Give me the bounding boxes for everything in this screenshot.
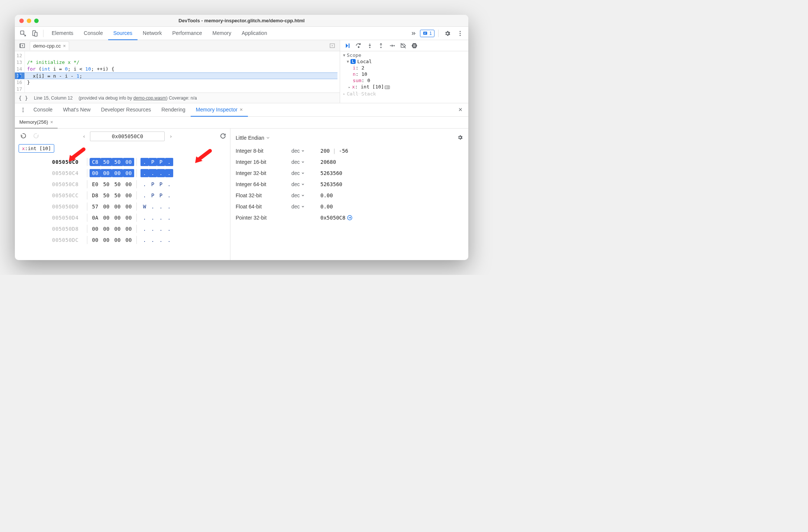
deactivate-breakpoints-button[interactable] [400, 42, 407, 49]
hex-byte[interactable]: 57 [90, 202, 101, 211]
hex-byte[interactable]: 50 [112, 158, 123, 166]
value-mode-selector[interactable]: dec [291, 192, 320, 198]
value-mode-selector[interactable]: dec [291, 170, 320, 176]
jump-to-address-icon[interactable] [347, 215, 353, 221]
hex-byte[interactable]: 00 [112, 214, 123, 222]
scope-header[interactable]: ▼Scope [340, 52, 468, 58]
endianness-selector[interactable]: Little Endian [236, 132, 463, 143]
panel-tab-memory[interactable]: Memory [207, 27, 237, 40]
hex-byte[interactable]: 50 [101, 191, 112, 200]
drawer-tab-memory-inspector[interactable]: Memory Inspector× [191, 103, 248, 117]
hex-byte[interactable]: 0A [90, 214, 101, 222]
hex-byte[interactable]: 00 [101, 236, 112, 244]
hex-byte[interactable]: 00 [101, 214, 112, 222]
scope-var-n[interactable]: n: 10 [340, 71, 468, 77]
window-maximize-button[interactable] [34, 19, 39, 23]
hex-byte[interactable]: 00 [123, 236, 134, 244]
hex-row[interactable]: 005050D40A000000.... [52, 212, 226, 223]
hex-byte[interactable]: 00 [101, 202, 112, 211]
hex-byte[interactable]: 00 [112, 202, 123, 211]
hex-row[interactable]: 005050D800000000.... [52, 223, 226, 234]
issues-badge[interactable]: 1 [420, 30, 434, 37]
history-back-icon[interactable] [19, 132, 28, 141]
pretty-print-icon[interactable]: { } [19, 95, 28, 101]
snippets-run-icon[interactable] [327, 40, 337, 51]
hex-byte[interactable]: 00 [90, 169, 101, 177]
resume-button[interactable] [344, 42, 351, 49]
prev-page-icon[interactable]: ‹ [81, 133, 87, 140]
wasm-link[interactable]: demo-cpp.wasm [133, 95, 166, 101]
drawer-tab-rendering[interactable]: Rendering [156, 103, 191, 117]
scope-var-i[interactable]: i: 2 [340, 65, 468, 71]
hex-byte[interactable]: 00 [123, 158, 134, 166]
memory-address-input[interactable] [90, 132, 165, 141]
hex-byte[interactable]: 00 [123, 180, 134, 188]
more-panels-chevron-icon[interactable] [408, 28, 418, 39]
step-button[interactable] [388, 42, 396, 49]
scope-var-sum[interactable]: sum: 0 [340, 77, 468, 84]
code-editor[interactable]: 121314151617 /* initialize x */for (int … [15, 51, 340, 93]
hex-byte[interactable]: D8 [90, 191, 101, 200]
hex-grid[interactable]: 005050C0C8505000.PP.005050C400000000....… [52, 156, 226, 246]
pause-on-exceptions-button[interactable] [411, 42, 418, 49]
hex-byte[interactable]: 00 [90, 225, 101, 233]
device-mode-icon[interactable] [30, 28, 40, 39]
reveal-in-memory-icon[interactable] [385, 85, 390, 90]
hex-byte[interactable]: 00 [123, 214, 134, 222]
hex-row[interactable]: 005050DC00000000.... [52, 234, 226, 246]
scope-var-x[interactable]: x: int [10] [340, 84, 468, 90]
kebab-menu-icon[interactable] [455, 28, 465, 39]
step-into-button[interactable] [366, 42, 374, 49]
window-minimize-button[interactable] [27, 19, 31, 23]
value-mode-selector[interactable]: dec [291, 148, 320, 154]
panel-tab-elements[interactable]: Elements [46, 27, 78, 40]
call-stack-header[interactable]: ▸Call Stack [340, 91, 468, 97]
drawer-tab-what-s-new[interactable]: What's New [58, 103, 96, 117]
value-settings-gear-icon[interactable] [457, 134, 463, 142]
panel-tab-application[interactable]: Application [236, 27, 272, 40]
hex-byte[interactable]: 00 [101, 225, 112, 233]
hex-row[interactable]: 005050C400000000.... [52, 168, 226, 179]
drawer-close-button[interactable]: × [455, 106, 465, 114]
hex-byte[interactable]: 50 [101, 158, 112, 166]
hex-byte[interactable]: E0 [90, 180, 101, 188]
panel-tab-performance[interactable]: Performance [167, 27, 207, 40]
hex-byte[interactable]: 00 [101, 169, 112, 177]
settings-gear-icon[interactable] [442, 28, 453, 39]
object-reveal-chip[interactable]: x: int [10] [19, 144, 54, 153]
refresh-icon[interactable] [220, 133, 226, 140]
panel-tab-sources[interactable]: Sources [108, 27, 138, 40]
hex-byte[interactable]: 50 [101, 180, 112, 188]
hex-byte[interactable]: 00 [123, 191, 134, 200]
close-icon[interactable]: × [50, 119, 53, 125]
hex-byte[interactable]: 00 [123, 202, 134, 211]
hex-byte[interactable]: 50 [112, 180, 123, 188]
window-close-button[interactable] [19, 19, 24, 23]
drawer-menu-icon[interactable] [18, 105, 28, 115]
close-icon[interactable]: × [63, 43, 66, 49]
step-out-button[interactable] [377, 42, 385, 49]
step-over-button[interactable] [355, 42, 362, 49]
drawer-tab-console[interactable]: Console [28, 103, 58, 117]
hex-byte[interactable]: C8 [90, 158, 101, 166]
navigator-toggle-icon[interactable] [17, 40, 28, 51]
editor-tab-file[interactable]: demo-cpp.cc × [30, 41, 69, 50]
memory-subtab[interactable]: Memory(256) × [15, 117, 58, 129]
scope-local-header[interactable]: ▼ L Local [340, 58, 468, 65]
hex-byte[interactable]: 00 [112, 236, 123, 244]
hex-byte[interactable]: 00 [112, 169, 123, 177]
panel-tab-network[interactable]: Network [138, 27, 167, 40]
hex-byte[interactable]: 00 [112, 225, 123, 233]
hex-row[interactable]: 005050D057000000W... [52, 201, 226, 212]
hex-byte[interactable]: 00 [123, 225, 134, 233]
panel-tab-console[interactable]: Console [78, 27, 108, 40]
scope-pane[interactable]: ▼Scope ▼ L Local i: 2n: 10sum: 0x: int [… [340, 51, 468, 103]
drawer-tab-developer-resources[interactable]: Developer Resources [96, 103, 156, 117]
hex-byte[interactable]: 50 [112, 191, 123, 200]
value-mode-selector[interactable]: dec [291, 159, 320, 165]
next-page-icon[interactable]: › [168, 133, 174, 140]
hex-row[interactable]: 005050C8E0505000.PP. [52, 179, 226, 190]
close-icon[interactable]: × [240, 107, 243, 113]
inspect-element-icon[interactable] [18, 28, 28, 39]
hex-row[interactable]: 005050CCD8505000.PP. [52, 190, 226, 201]
